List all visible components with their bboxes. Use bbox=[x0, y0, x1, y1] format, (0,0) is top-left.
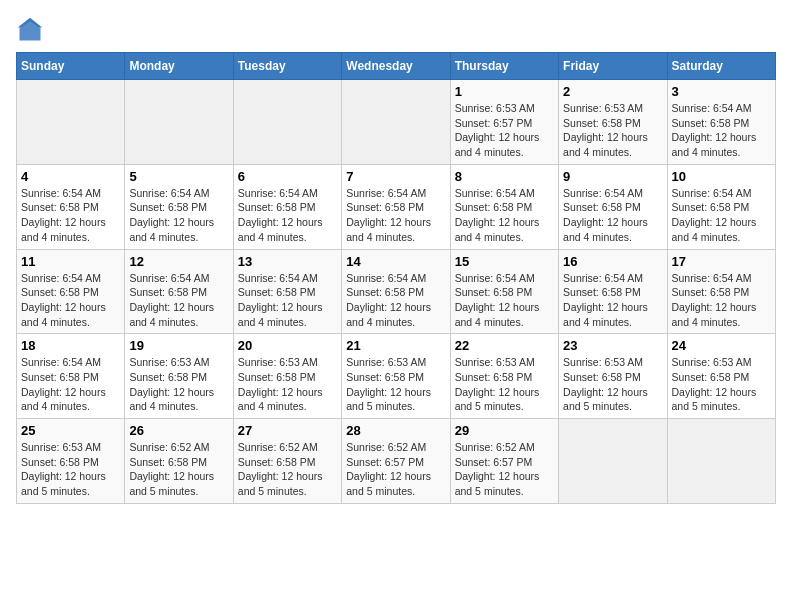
day-number: 19 bbox=[129, 338, 228, 353]
day-info: Sunrise: 6:54 AM Sunset: 6:58 PM Dayligh… bbox=[563, 271, 662, 330]
day-info: Sunrise: 6:53 AM Sunset: 6:58 PM Dayligh… bbox=[563, 355, 662, 414]
col-header-saturday: Saturday bbox=[667, 53, 775, 80]
day-info: Sunrise: 6:52 AM Sunset: 6:58 PM Dayligh… bbox=[238, 440, 337, 499]
logo bbox=[16, 16, 48, 44]
calendar-table: SundayMondayTuesdayWednesdayThursdayFrid… bbox=[16, 52, 776, 504]
day-info: Sunrise: 6:53 AM Sunset: 6:58 PM Dayligh… bbox=[129, 355, 228, 414]
day-number: 13 bbox=[238, 254, 337, 269]
day-number: 3 bbox=[672, 84, 771, 99]
day-number: 1 bbox=[455, 84, 554, 99]
col-header-wednesday: Wednesday bbox=[342, 53, 450, 80]
day-number: 26 bbox=[129, 423, 228, 438]
day-number: 7 bbox=[346, 169, 445, 184]
day-info: Sunrise: 6:53 AM Sunset: 6:57 PM Dayligh… bbox=[455, 101, 554, 160]
day-info: Sunrise: 6:54 AM Sunset: 6:58 PM Dayligh… bbox=[672, 271, 771, 330]
day-info: Sunrise: 6:54 AM Sunset: 6:58 PM Dayligh… bbox=[129, 271, 228, 330]
day-number: 21 bbox=[346, 338, 445, 353]
calendar-cell: 12Sunrise: 6:54 AM Sunset: 6:58 PM Dayli… bbox=[125, 249, 233, 334]
col-header-thursday: Thursday bbox=[450, 53, 558, 80]
col-header-tuesday: Tuesday bbox=[233, 53, 341, 80]
day-info: Sunrise: 6:54 AM Sunset: 6:58 PM Dayligh… bbox=[346, 186, 445, 245]
calendar-cell: 13Sunrise: 6:54 AM Sunset: 6:58 PM Dayli… bbox=[233, 249, 341, 334]
day-number: 8 bbox=[455, 169, 554, 184]
calendar-cell: 17Sunrise: 6:54 AM Sunset: 6:58 PM Dayli… bbox=[667, 249, 775, 334]
calendar-cell: 16Sunrise: 6:54 AM Sunset: 6:58 PM Dayli… bbox=[559, 249, 667, 334]
day-number: 24 bbox=[672, 338, 771, 353]
day-info: Sunrise: 6:53 AM Sunset: 6:58 PM Dayligh… bbox=[346, 355, 445, 414]
day-number: 5 bbox=[129, 169, 228, 184]
day-number: 20 bbox=[238, 338, 337, 353]
calendar-cell: 1Sunrise: 6:53 AM Sunset: 6:57 PM Daylig… bbox=[450, 80, 558, 165]
day-info: Sunrise: 6:54 AM Sunset: 6:58 PM Dayligh… bbox=[238, 271, 337, 330]
day-number: 2 bbox=[563, 84, 662, 99]
calendar-cell: 14Sunrise: 6:54 AM Sunset: 6:58 PM Dayli… bbox=[342, 249, 450, 334]
day-number: 12 bbox=[129, 254, 228, 269]
day-info: Sunrise: 6:53 AM Sunset: 6:58 PM Dayligh… bbox=[455, 355, 554, 414]
day-number: 16 bbox=[563, 254, 662, 269]
logo-icon bbox=[16, 16, 44, 44]
day-info: Sunrise: 6:54 AM Sunset: 6:58 PM Dayligh… bbox=[672, 186, 771, 245]
svg-marker-0 bbox=[20, 20, 41, 41]
day-number: 27 bbox=[238, 423, 337, 438]
calendar-cell: 28Sunrise: 6:52 AM Sunset: 6:57 PM Dayli… bbox=[342, 419, 450, 504]
day-info: Sunrise: 6:53 AM Sunset: 6:58 PM Dayligh… bbox=[21, 440, 120, 499]
day-info: Sunrise: 6:54 AM Sunset: 6:58 PM Dayligh… bbox=[346, 271, 445, 330]
col-header-monday: Monday bbox=[125, 53, 233, 80]
day-info: Sunrise: 6:54 AM Sunset: 6:58 PM Dayligh… bbox=[672, 101, 771, 160]
day-number: 18 bbox=[21, 338, 120, 353]
calendar-cell: 15Sunrise: 6:54 AM Sunset: 6:58 PM Dayli… bbox=[450, 249, 558, 334]
calendar-cell: 3Sunrise: 6:54 AM Sunset: 6:58 PM Daylig… bbox=[667, 80, 775, 165]
col-header-friday: Friday bbox=[559, 53, 667, 80]
day-number: 23 bbox=[563, 338, 662, 353]
day-number: 17 bbox=[672, 254, 771, 269]
day-info: Sunrise: 6:54 AM Sunset: 6:58 PM Dayligh… bbox=[238, 186, 337, 245]
calendar-cell: 26Sunrise: 6:52 AM Sunset: 6:58 PM Dayli… bbox=[125, 419, 233, 504]
day-info: Sunrise: 6:54 AM Sunset: 6:58 PM Dayligh… bbox=[455, 271, 554, 330]
day-info: Sunrise: 6:54 AM Sunset: 6:58 PM Dayligh… bbox=[21, 186, 120, 245]
day-info: Sunrise: 6:53 AM Sunset: 6:58 PM Dayligh… bbox=[563, 101, 662, 160]
calendar-cell bbox=[125, 80, 233, 165]
calendar-cell: 25Sunrise: 6:53 AM Sunset: 6:58 PM Dayli… bbox=[17, 419, 125, 504]
day-number: 25 bbox=[21, 423, 120, 438]
calendar-cell: 21Sunrise: 6:53 AM Sunset: 6:58 PM Dayli… bbox=[342, 334, 450, 419]
calendar-cell: 10Sunrise: 6:54 AM Sunset: 6:58 PM Dayli… bbox=[667, 164, 775, 249]
day-number: 10 bbox=[672, 169, 771, 184]
day-info: Sunrise: 6:52 AM Sunset: 6:57 PM Dayligh… bbox=[455, 440, 554, 499]
col-header-sunday: Sunday bbox=[17, 53, 125, 80]
day-number: 6 bbox=[238, 169, 337, 184]
day-number: 29 bbox=[455, 423, 554, 438]
calendar-cell: 2Sunrise: 6:53 AM Sunset: 6:58 PM Daylig… bbox=[559, 80, 667, 165]
day-info: Sunrise: 6:53 AM Sunset: 6:58 PM Dayligh… bbox=[672, 355, 771, 414]
day-number: 28 bbox=[346, 423, 445, 438]
calendar-cell bbox=[233, 80, 341, 165]
day-number: 15 bbox=[455, 254, 554, 269]
day-number: 4 bbox=[21, 169, 120, 184]
calendar-cell bbox=[17, 80, 125, 165]
day-number: 11 bbox=[21, 254, 120, 269]
day-info: Sunrise: 6:54 AM Sunset: 6:58 PM Dayligh… bbox=[563, 186, 662, 245]
calendar-cell: 23Sunrise: 6:53 AM Sunset: 6:58 PM Dayli… bbox=[559, 334, 667, 419]
calendar-cell: 20Sunrise: 6:53 AM Sunset: 6:58 PM Dayli… bbox=[233, 334, 341, 419]
calendar-cell bbox=[342, 80, 450, 165]
day-info: Sunrise: 6:54 AM Sunset: 6:58 PM Dayligh… bbox=[21, 271, 120, 330]
day-number: 9 bbox=[563, 169, 662, 184]
day-info: Sunrise: 6:52 AM Sunset: 6:57 PM Dayligh… bbox=[346, 440, 445, 499]
day-number: 22 bbox=[455, 338, 554, 353]
calendar-cell: 27Sunrise: 6:52 AM Sunset: 6:58 PM Dayli… bbox=[233, 419, 341, 504]
day-info: Sunrise: 6:54 AM Sunset: 6:58 PM Dayligh… bbox=[21, 355, 120, 414]
calendar-cell: 5Sunrise: 6:54 AM Sunset: 6:58 PM Daylig… bbox=[125, 164, 233, 249]
calendar-cell: 19Sunrise: 6:53 AM Sunset: 6:58 PM Dayli… bbox=[125, 334, 233, 419]
calendar-cell: 11Sunrise: 6:54 AM Sunset: 6:58 PM Dayli… bbox=[17, 249, 125, 334]
calendar-cell bbox=[667, 419, 775, 504]
calendar-cell: 7Sunrise: 6:54 AM Sunset: 6:58 PM Daylig… bbox=[342, 164, 450, 249]
calendar-cell: 8Sunrise: 6:54 AM Sunset: 6:58 PM Daylig… bbox=[450, 164, 558, 249]
day-number: 14 bbox=[346, 254, 445, 269]
calendar-cell: 18Sunrise: 6:54 AM Sunset: 6:58 PM Dayli… bbox=[17, 334, 125, 419]
day-info: Sunrise: 6:54 AM Sunset: 6:58 PM Dayligh… bbox=[129, 186, 228, 245]
calendar-cell: 4Sunrise: 6:54 AM Sunset: 6:58 PM Daylig… bbox=[17, 164, 125, 249]
calendar-cell: 9Sunrise: 6:54 AM Sunset: 6:58 PM Daylig… bbox=[559, 164, 667, 249]
day-info: Sunrise: 6:53 AM Sunset: 6:58 PM Dayligh… bbox=[238, 355, 337, 414]
calendar-cell bbox=[559, 419, 667, 504]
calendar-cell: 29Sunrise: 6:52 AM Sunset: 6:57 PM Dayli… bbox=[450, 419, 558, 504]
calendar-cell: 22Sunrise: 6:53 AM Sunset: 6:58 PM Dayli… bbox=[450, 334, 558, 419]
